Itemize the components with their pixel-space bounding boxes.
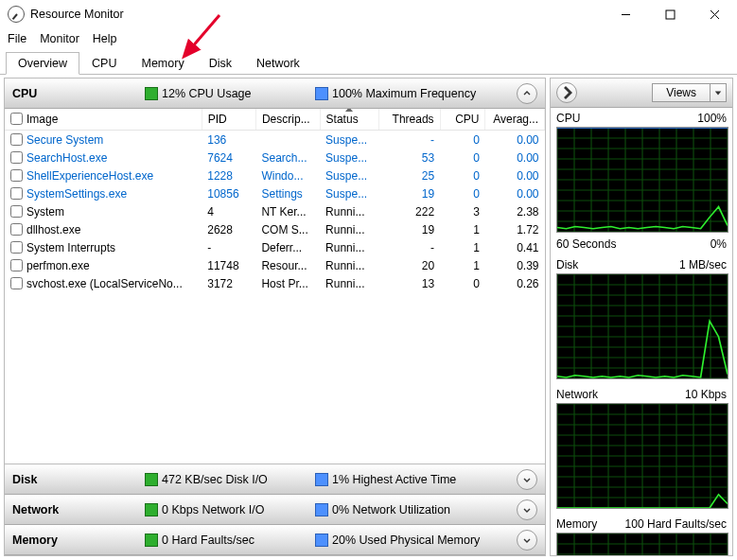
menubar: File Monitor Help (0, 28, 737, 49)
table-row[interactable]: perfmon.exe 11748Resour... Runni...20 10… (5, 256, 545, 274)
window-title: Resource Monitor (30, 8, 124, 21)
net-dot2-icon (315, 503, 328, 516)
disk-dot2-icon (315, 473, 328, 486)
section-header-memory[interactable]: Memory 0 Hard Faults/sec 20% Used Physic… (5, 525, 545, 555)
menu-file[interactable]: File (8, 32, 26, 45)
col-threads[interactable]: Threads (379, 109, 441, 131)
row-checkbox[interactable] (10, 169, 23, 182)
net-dot-icon (145, 503, 158, 516)
disk-dot-icon (145, 473, 158, 486)
chevron-down-icon (711, 83, 727, 102)
row-checkbox[interactable] (10, 133, 23, 146)
col-avg[interactable]: Averag... (485, 109, 545, 131)
collapse-button[interactable] (517, 83, 537, 104)
col-status[interactable]: Status (320, 109, 378, 131)
graph-memory: Memory100 Hard Faults/sec (551, 514, 732, 556)
titlebar: Resource Monitor (0, 0, 737, 28)
expand-button[interactable] (517, 469, 537, 490)
table-row[interactable]: Secure System 136 Suspe...- 00.00 (5, 131, 545, 149)
col-pid[interactable]: PID (202, 109, 255, 131)
graph-network: Network10 Kbps (551, 384, 732, 514)
right-pane-header: Views (551, 79, 732, 108)
section-header-cpu[interactable]: CPU 12% CPU Usage 100% Maximum Frequency (5, 79, 545, 109)
row-checkbox[interactable] (10, 259, 23, 271)
table-row[interactable]: System 4NT Ker... Runni...222 32.38 (5, 202, 545, 220)
row-checkbox[interactable] (10, 205, 23, 218)
col-desc[interactable]: Descrip... (255, 109, 320, 131)
table-row[interactable]: SearchHost.exe 7624Search... Suspe...53 … (5, 149, 545, 166)
table-row[interactable]: System Interrupts -Deferr... Runni...- 1… (5, 238, 545, 256)
views-button[interactable]: Views (652, 82, 727, 103)
close-button[interactable] (693, 0, 737, 28)
row-checkbox[interactable] (10, 277, 23, 289)
freq-dot-icon (315, 87, 328, 100)
menu-monitor[interactable]: Monitor (40, 32, 79, 45)
section-title: CPU (12, 87, 145, 100)
collapse-right-button[interactable] (556, 82, 577, 103)
tab-disk[interactable]: Disk (197, 52, 244, 75)
minimize-button[interactable] (604, 0, 648, 28)
select-all-checkbox[interactable] (10, 113, 23, 125)
tab-cpu[interactable]: CPU (79, 52, 129, 75)
expand-button[interactable] (517, 530, 537, 551)
mem-dot2-icon (315, 534, 328, 547)
row-checkbox[interactable] (10, 151, 23, 164)
table-row[interactable]: dllhost.exe 2628COM S... Runni...19 11.7… (5, 220, 545, 238)
cpu-dot-icon (145, 87, 158, 100)
graph-disk: Disk1 MB/sec (551, 254, 732, 384)
section-header-network[interactable]: Network 0 Kbps Network I/O 0% Network Ut… (5, 495, 545, 525)
process-table[interactable]: Image PID Descrip... Status Threads CPU … (5, 109, 545, 464)
menu-help[interactable]: Help (93, 32, 117, 45)
row-checkbox[interactable] (10, 223, 23, 236)
svg-marker-6 (715, 91, 721, 95)
tab-network[interactable]: Network (244, 52, 312, 75)
tab-overview[interactable]: Overview (6, 52, 79, 75)
right-pane[interactable]: Views CPU100% 60 Seconds0% Disk1 MB/sec (550, 78, 733, 556)
maximize-button[interactable] (648, 0, 693, 28)
row-checkbox[interactable] (10, 241, 23, 254)
table-row[interactable]: SystemSettings.exe 10856Settings Suspe..… (5, 184, 545, 202)
row-checkbox[interactable] (10, 187, 23, 200)
graph-cpu: CPU100% 60 Seconds0% (551, 108, 732, 254)
left-pane: CPU 12% CPU Usage 100% Maximum Frequency… (4, 78, 546, 556)
section-header-disk[interactable]: Disk 472 KB/sec Disk I/O 1% Highest Acti… (5, 464, 545, 495)
mem-dot-icon (145, 534, 158, 547)
expand-button[interactable] (517, 499, 537, 520)
svg-rect-3 (666, 10, 675, 19)
tab-memory[interactable]: Memory (130, 52, 197, 75)
table-row[interactable]: svchost.exe (LocalServiceNo... 3172Host … (5, 274, 545, 292)
svg-line-1 (185, 15, 219, 55)
app-icon (8, 6, 25, 23)
tabstrip: Overview CPU Memory Disk Network (0, 49, 737, 75)
col-image[interactable]: Image (5, 109, 202, 131)
col-cpu[interactable]: CPU (440, 109, 485, 131)
table-row[interactable]: ShellExperienceHost.exe 1228Windo... Sus… (5, 166, 545, 184)
